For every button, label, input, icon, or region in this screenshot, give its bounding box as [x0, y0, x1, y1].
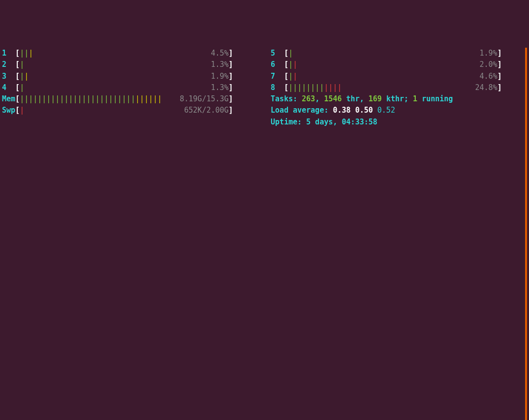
cpu-meter-5: 5 [| 1.9%] [262, 48, 525, 59]
cpu-meter-2: 2 [| 1.3%] [2, 59, 262, 70]
cpu-meter-8: 8 [|||||||||||| 24.8%] [262, 82, 525, 93]
mem-meter: Mem[|||||||||||||||||||||||||||||||| 8.1… [2, 93, 262, 105]
right-meters: 5 [| 1.9%] 6 [|| 2.0%] 7 [|| 4.6%] 8 [||… [262, 48, 527, 420]
cpu-meter-1: 1 [||| 4.5%] [2, 48, 262, 59]
cpu-meter-7: 7 [|| 4.6%] [262, 71, 525, 82]
cpu-meter-6: 6 [|| 2.0%] [262, 59, 525, 70]
tasks-summary: Tasks: 263, 1546 thr, 169 kthr; 1 runnin… [262, 93, 525, 105]
cpu-meter-4: 4 [| 1.3%] [2, 82, 262, 93]
load-average: Load average: 0.38 0.50 0.52 [262, 105, 525, 116]
meters-area: 1 [||| 4.5%]2 [| 1.3%]3 [|| 1.9%]4 [| [2, 48, 527, 420]
cpu-meter-3: 3 [|| 1.9%] [2, 71, 262, 82]
swap-meter: Swp[| 652K/2.00G] [2, 105, 262, 116]
uptime: Uptime: 5 days, 04:33:58 [262, 117, 525, 128]
left-meters: 1 [||| 4.5%]2 [| 1.3%]3 [|| 1.9%]4 [| [2, 48, 262, 420]
